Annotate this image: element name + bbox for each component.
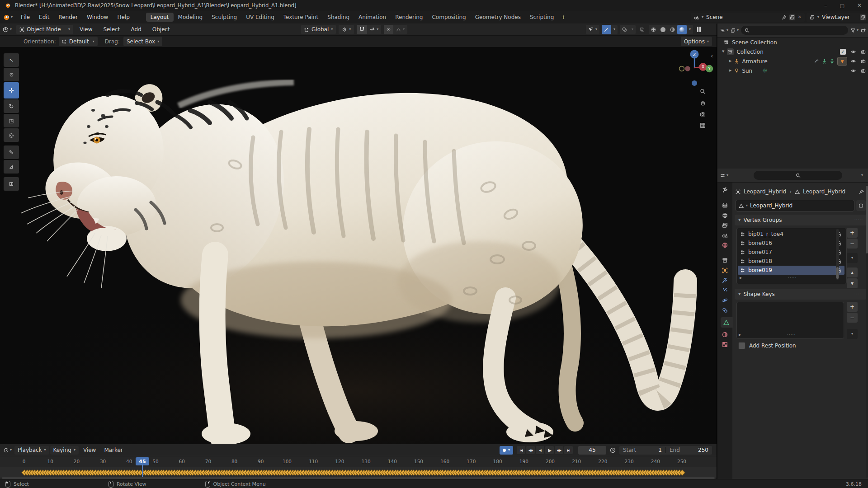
- object-visibility-selector[interactable]: ▾: [586, 25, 599, 34]
- vertex-group-row[interactable]: bone016: [738, 239, 844, 248]
- tab-collection[interactable]: [722, 258, 728, 263]
- sidebar-collapse-arrow[interactable]: ‹: [711, 52, 713, 59]
- scene-selector[interactable]: ▾ Scene ✕: [691, 13, 805, 22]
- prev-keyframe-button[interactable]: ◀◆: [526, 446, 535, 454]
- vertex-groups-panel-header[interactable]: ▼ Vertex Groups ·····: [735, 215, 867, 225]
- next-keyframe-button[interactable]: ◆▶: [555, 446, 563, 454]
- properties-options-chevron[interactable]: ▾: [859, 174, 866, 177]
- armature-hide-eye-icon[interactable]: [851, 59, 856, 64]
- jump-to-start-button[interactable]: |◀: [517, 446, 525, 454]
- workspace-tab-geometry-nodes[interactable]: Geometry Nodes: [471, 13, 525, 22]
- fake-user-shield-button[interactable]: [856, 200, 866, 211]
- timeline-editor-type[interactable]: ▾: [2, 448, 14, 453]
- workspace-tab-animation[interactable]: Animation: [354, 13, 391, 22]
- outliner-search[interactable]: [741, 26, 848, 35]
- blender-menu-button[interactable]: ▾: [0, 14, 16, 20]
- timeline-ruler[interactable]: 45 0102030405060708090100110120130140150…: [0, 456, 717, 467]
- armature-disable-render-icon[interactable]: [861, 59, 866, 64]
- armature-expand-icon[interactable]: ▶: [729, 60, 731, 63]
- properties-scrollbar[interactable]: [866, 185, 868, 478]
- transform-orientation-selector[interactable]: Global ▾: [301, 25, 336, 34]
- add-rest-position-checkbox[interactable]: [738, 342, 745, 349]
- tab-output[interactable]: [722, 212, 728, 218]
- tool-rotate[interactable]: ↻: [4, 99, 19, 113]
- tool-select-box[interactable]: ↖: [4, 53, 19, 67]
- play-reverse-button[interactable]: ◀: [536, 446, 544, 454]
- outliner-row-armature[interactable]: ▶ Armature ▼: [717, 56, 868, 66]
- timeline-keyframe-track[interactable]: [0, 467, 717, 478]
- menu-file[interactable]: File: [16, 14, 34, 20]
- outliner-row-sun[interactable]: ▶ Sun ☼: [717, 66, 868, 75]
- tool-scale[interactable]: ◳: [4, 114, 19, 127]
- minimize-button[interactable]: –: [818, 2, 834, 9]
- shading-solid-button[interactable]: [658, 27, 668, 32]
- tab-object[interactable]: [722, 267, 728, 273]
- tool-move[interactable]: ✛: [4, 82, 19, 99]
- viewport-menu-add[interactable]: Add: [127, 26, 146, 33]
- tab-physics[interactable]: [722, 297, 728, 303]
- end-frame-field[interactable]: End250: [666, 447, 712, 453]
- shading-options[interactable]: ▾: [687, 28, 693, 31]
- viewport-menu-select[interactable]: Select: [99, 26, 125, 33]
- vertex-group-add-button[interactable]: +: [847, 228, 858, 238]
- proportional-falloff-selector[interactable]: ▾: [393, 27, 407, 32]
- tab-view-layer[interactable]: [722, 222, 728, 228]
- stopwatch-icon[interactable]: [610, 447, 616, 453]
- list-resize-grip[interactable]: ·····: [787, 333, 796, 337]
- list-expand-icon[interactable]: ▶: [740, 277, 742, 280]
- tool-transform[interactable]: ◎: [4, 128, 19, 142]
- vertex-group-move-up-button[interactable]: ▲: [847, 267, 858, 277]
- collection-checkbox[interactable]: ✓: [840, 49, 846, 55]
- ortho-grid-icon[interactable]: [700, 122, 706, 128]
- overlays-toggle[interactable]: [620, 27, 629, 32]
- outliner-row-collection[interactable]: ▼ Collection ✓: [717, 47, 868, 56]
- tab-tool[interactable]: [722, 187, 728, 193]
- vertex-groups-scrollbar[interactable]: [836, 229, 839, 280]
- panel-grip[interactable]: ·····: [854, 292, 863, 296]
- tab-modifiers[interactable]: [722, 277, 728, 283]
- mode-selector[interactable]: Object Mode ▾: [16, 25, 73, 34]
- jump-to-end-button[interactable]: ▶|: [564, 446, 573, 454]
- tab-render[interactable]: [722, 202, 728, 208]
- tab-world[interactable]: [722, 242, 728, 248]
- maximize-button[interactable]: ▢: [834, 3, 851, 9]
- vertex-group-remove-button[interactable]: −: [847, 239, 858, 249]
- disable-render-camera-icon[interactable]: [861, 49, 866, 54]
- view-layer-selector[interactable]: ▾ ViewLayer ✕: [807, 13, 868, 22]
- workspace-tab-compositing[interactable]: Compositing: [427, 13, 470, 22]
- xray-toggle[interactable]: [638, 27, 646, 32]
- vertex-group-move-down-button[interactable]: ▼: [847, 278, 858, 288]
- workspace-tab-layout[interactable]: Layout: [146, 13, 174, 22]
- current-frame-field[interactable]: 45: [578, 446, 606, 455]
- gizmo-options[interactable]: ▾: [611, 28, 618, 31]
- playback-menu[interactable]: Playback▾: [14, 446, 49, 455]
- workspace-tab-texture-paint[interactable]: Texture Paint: [279, 13, 323, 22]
- workspace-tab-rendering[interactable]: Rendering: [391, 13, 427, 22]
- drag-mode-selector[interactable]: Select Box ▾: [123, 37, 162, 46]
- properties-search[interactable]: [754, 171, 842, 180]
- tab-object-data[interactable]: [721, 317, 733, 328]
- workspace-tab-sculpting[interactable]: Sculpting: [207, 13, 241, 22]
- navigation-gizmo[interactable]: Z X Y: [673, 48, 714, 89]
- snap-toggle[interactable]: [357, 25, 367, 34]
- mesh-name-field[interactable]: ▾ Leopard_Hybrid: [736, 200, 854, 211]
- sun-disable-render-icon[interactable]: [861, 68, 866, 73]
- tab-scene[interactable]: [722, 232, 728, 238]
- proportional-editing-toggle[interactable]: [384, 25, 393, 34]
- timeline-menu-marker[interactable]: Marker: [100, 447, 126, 453]
- shading-material-button[interactable]: [668, 27, 677, 32]
- shading-wireframe-button[interactable]: [649, 27, 658, 32]
- breadcrumb-data-name[interactable]: Leopard_Hybrid: [803, 188, 856, 195]
- vertex-groups-list[interactable]: bip01_r_toe4 bone016 bone017 bone018 bon…: [736, 228, 847, 284]
- hide-eye-icon[interactable]: [851, 49, 856, 54]
- collection-expand-icon[interactable]: ▼: [722, 50, 724, 53]
- panel-grip[interactable]: ·····: [854, 218, 863, 222]
- pivot-point-selector[interactable]: ▾: [339, 25, 354, 34]
- vertex-group-row[interactable]: bip01_r_toe4: [738, 230, 844, 239]
- outliner-filter-id-type[interactable]: ▾: [731, 28, 739, 33]
- breadcrumb-pin-icon[interactable]: [859, 189, 864, 194]
- viewport-menu-view[interactable]: View: [75, 26, 97, 33]
- tool-add-cube[interactable]: ⊞: [4, 177, 19, 191]
- tool-measure[interactable]: ⊿: [4, 160, 19, 174]
- list-resize-grip[interactable]: ·····: [788, 276, 797, 280]
